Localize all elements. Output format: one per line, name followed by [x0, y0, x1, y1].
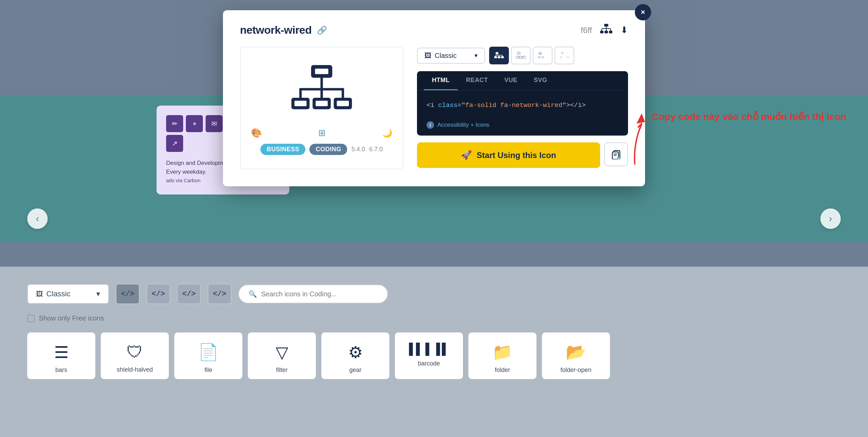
modal-body: 🎨 ⊞ 🌙 BUSINESS CODING 5.4.0 6.7.0 🖼 — [240, 47, 628, 169]
variant-btn-1[interactable] — [489, 47, 509, 64]
start-using-button[interactable]: 🚀 Start Using this Icon — [417, 142, 600, 168]
svg-rect-22 — [496, 52, 498, 54]
svg-rect-39 — [560, 56, 562, 58]
network-wired-svg — [288, 62, 356, 116]
svg-rect-38 — [561, 52, 564, 54]
svg-rect-14 — [316, 101, 328, 106]
svg-rect-24 — [498, 56, 500, 58]
style-dropdown[interactable]: 🖼 Classic ▾ — [417, 48, 485, 64]
modal-close-button[interactable]: × — [635, 4, 651, 20]
svg-rect-25 — [501, 56, 504, 58]
svg-rect-40 — [566, 56, 569, 58]
variant-btn-3[interactable] — [533, 47, 552, 64]
color-palette-button[interactable]: 🎨 — [251, 128, 262, 138]
style-dropdown-icon: 🖼 — [424, 52, 431, 60]
business-tag[interactable]: BUSINESS — [260, 144, 305, 155]
modal-header-actions: f6ff ⬇ — [581, 24, 628, 36]
start-btn-label: Start Using this Icon — [477, 151, 556, 160]
tag-area: BUSINESS CODING 5.4.0 6.7.0 — [251, 138, 392, 158]
style-variants — [489, 47, 574, 64]
code-tabs: HTML REACT VUE SVG — [417, 71, 628, 91]
network-icon-header[interactable] — [600, 24, 612, 36]
svg-rect-2 — [605, 31, 608, 33]
link-icon[interactable]: 🔗 — [317, 26, 327, 35]
icon-preview-panel: 🎨 ⊞ 🌙 BUSINESS CODING 5.4.0 6.7.0 — [240, 47, 403, 169]
chevron-down-icon: ▾ — [475, 52, 478, 59]
action-row: 🚀 Start Using this Icon — [417, 142, 628, 168]
modal-title-area: network-wired 🔗 — [240, 24, 327, 36]
grid-view-button[interactable]: ⊞ — [318, 128, 326, 138]
style-dropdown-label: Classic — [435, 52, 456, 60]
svg-rect-33 — [519, 56, 522, 58]
hex-code: f6ff — [581, 26, 592, 35]
icon-display — [251, 58, 392, 121]
svg-rect-35 — [539, 52, 542, 55]
download-icon[interactable]: ⬇ — [621, 25, 628, 35]
modal-title: network-wired — [240, 24, 311, 36]
copy-code-button[interactable] — [604, 142, 628, 166]
svg-rect-16 — [337, 101, 349, 106]
svg-rect-3 — [609, 31, 612, 33]
svg-rect-37 — [541, 56, 544, 58]
svg-rect-23 — [494, 56, 497, 58]
svg-rect-10 — [315, 69, 328, 74]
version-label: 5.4.0 — [351, 146, 365, 153]
tab-svg[interactable]: SVG — [526, 71, 556, 90]
svg-rect-34 — [523, 56, 526, 58]
dark-mode-button[interactable]: 🌙 — [382, 128, 392, 138]
coding-tag[interactable]: CODING — [309, 144, 347, 155]
variant-btn-2[interactable] — [511, 47, 531, 64]
modal-overlay: × network-wired 🔗 f6ff — [0, 0, 868, 437]
tab-html[interactable]: HTML — [424, 71, 458, 90]
right-panel: 🖼 Classic ▾ — [417, 47, 628, 169]
svg-rect-32 — [516, 56, 519, 58]
rocket-icon: 🚀 — [461, 150, 472, 160]
style-row: 🖼 Classic ▾ — [417, 47, 628, 64]
icon-controls: 🎨 ⊞ 🌙 — [251, 121, 392, 138]
svg-rect-12 — [294, 101, 307, 106]
tab-vue[interactable]: VUE — [496, 71, 526, 90]
code-panel: HTML REACT VUE SVG <i class="fa-solid fa… — [417, 71, 628, 136]
modal-dialog: × network-wired 🔗 f6ff — [223, 10, 645, 186]
svg-marker-48 — [637, 113, 645, 124]
accessibility-text: Accessibility + Icons — [437, 122, 489, 128]
svg-rect-1 — [600, 31, 604, 33]
code-content: <i class="fa-solid fa-network-wired"></i… — [417, 91, 628, 117]
modal-header: network-wired 🔗 f6ff — [240, 24, 628, 36]
svg-rect-0 — [604, 24, 608, 27]
version-label-2: 6.7.0 — [369, 146, 383, 153]
variant-btn-4[interactable] — [554, 47, 574, 64]
annotation-text: Copy code này vào chỗ muốn hiển thị icon — [652, 110, 768, 123]
tab-react[interactable]: REACT — [458, 71, 496, 90]
info-icon: i — [427, 121, 434, 129]
svg-rect-31 — [517, 52, 520, 54]
svg-rect-36 — [538, 56, 541, 58]
copy-icon — [611, 149, 621, 159]
accessibility-link[interactable]: i Accessibility + Icons — [417, 117, 628, 136]
